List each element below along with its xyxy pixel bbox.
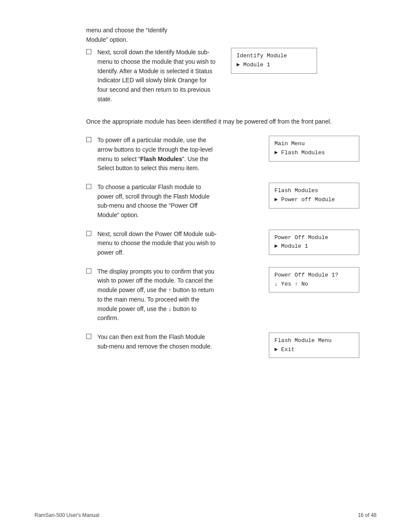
top-intro-text: menu and choose the “Identify Module” op…: [86, 26, 359, 44]
footer-right: 16 of 48: [358, 512, 377, 518]
bullet-icon-1: [86, 137, 93, 143]
bullet-icon-4: [86, 268, 93, 275]
bullet-2-text: To choose a particular Flash module to p…: [97, 183, 218, 220]
bullet-3-menu: Power Off Module ► Module 1: [256, 230, 359, 255]
menu-5-line1: Flash Module Menu: [274, 336, 354, 345]
bullet-5-text: You can then exit from the Flash Module …: [97, 333, 218, 351]
menu-1-line2: ► Flash Modules: [274, 149, 354, 158]
menu-box-3: Power Off Module ► Module 1: [269, 230, 359, 255]
bullet-5-menu: Flash Module Menu ► Exit: [256, 333, 359, 358]
bullet-row-4: The display prompts you to confirm that …: [86, 267, 359, 323]
bullet-row-2: To choose a particular Flash module to p…: [86, 183, 359, 220]
menu-5-line2: ► Exit: [274, 345, 354, 355]
menu-3-line1: Power Off Module: [274, 233, 354, 243]
menu-box-2: Flash Modules ► Power off Module: [269, 183, 359, 208]
content-area: menu and choose the “Identify Module” op…: [86, 26, 359, 358]
bullet-row-5: You can then exit from the Flash Module …: [86, 333, 359, 358]
menu-4-line1: Power Off Module 1?: [274, 271, 354, 280]
bullet-4-menu: Power Off Module 1? ↓ Yes ↑ No: [256, 267, 359, 293]
menu-box-1: Main Menu ► Flash Modules: [269, 136, 359, 162]
menu-1-line1: Main Menu: [274, 140, 354, 149]
identify-menu-line1: Identify Module: [237, 52, 311, 61]
bullet-2-menu: Flash Modules ► Power off Module: [256, 183, 359, 208]
menu-2-line2: ► Power off Module: [274, 196, 354, 205]
identify-bullet-row: Next, scroll down the Identify Module su…: [86, 48, 359, 104]
bullet-icon-2: [86, 184, 93, 190]
menu-3-line2: ► Module 1: [274, 242, 354, 251]
page: menu and choose the “Identify Module” op…: [0, 0, 411, 532]
bullet-3-left: Next, scroll down the Power Off Module s…: [86, 230, 247, 258]
bullet-4-left: The display prompts you to confirm that …: [86, 267, 247, 323]
bullet-2-left: To choose a particular Flash module to p…: [86, 183, 247, 220]
footer-left: RamSan-500 User's Manual: [34, 512, 99, 518]
bullet-row-1: To power off a particular module, use th…: [86, 136, 359, 173]
bullet-1-left: To power off a particular module, use th…: [86, 136, 247, 173]
bullet-icon: [86, 49, 93, 56]
bullet-1-text: To power off a particular module, use th…: [97, 136, 218, 173]
bullet-1-menu: Main Menu ► Flash Modules: [256, 136, 359, 162]
menu-4-line2: ↓ Yes ↑ No: [274, 280, 354, 289]
menu-box-4: Power Off Module 1? ↓ Yes ↑ No: [269, 267, 359, 293]
footer: RamSan-500 User's Manual 16 of 48: [0, 512, 411, 518]
bullet-4-text: The display prompts you to confirm that …: [97, 267, 218, 323]
bullet-5-left: You can then exit from the Flash Module …: [86, 333, 247, 351]
menu-2-line1: Flash Modules: [274, 187, 354, 196]
bullet-icon-5: [86, 333, 93, 340]
bullet-row-3: Next, scroll down the Power Off Module s…: [86, 230, 359, 258]
identify-menu-box: Identify Module ► Module 1: [231, 48, 317, 74]
bullet-icon-3: [86, 230, 93, 237]
bullet-3-text: Next, scroll down the Power Off Module s…: [97, 230, 218, 258]
section-intro: Once the appropriate module has been ide…: [86, 117, 359, 127]
identify-bullet-text: Next, scroll down the Identify Module su…: [97, 48, 218, 104]
menu-box-5: Flash Module Menu ► Exit: [269, 333, 359, 358]
identify-menu-line2: ► Module 1: [237, 61, 311, 70]
